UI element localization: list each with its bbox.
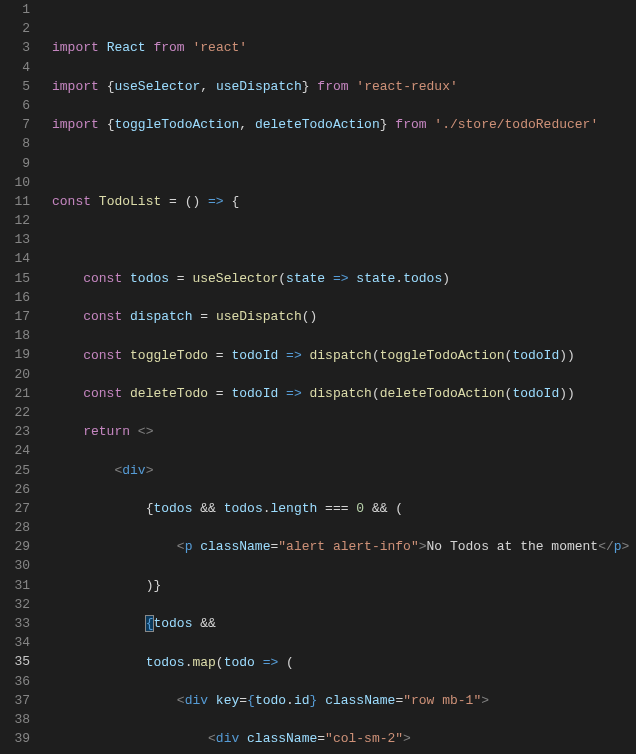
line-number: 16 <box>0 288 30 307</box>
line-number: 35 <box>0 652 30 671</box>
code-area[interactable]: import React from 'react' import {useSel… <box>42 0 636 754</box>
line-number: 17 <box>0 307 30 326</box>
code-line: <div key={todo.id} className="row mb-1"> <box>52 691 632 710</box>
line-number: 1 <box>0 0 30 19</box>
code-line: <p className="alert alert-info">No Todos… <box>52 537 632 556</box>
code-line: const dispatch = useDispatch() <box>52 307 632 326</box>
line-number: 19 <box>0 345 30 364</box>
line-number: 10 <box>0 173 30 192</box>
line-number: 21 <box>0 384 30 403</box>
code-line: <div> <box>52 461 632 480</box>
line-number: 7 <box>0 115 30 134</box>
line-number: 24 <box>0 441 30 460</box>
line-number: 29 <box>0 537 30 556</box>
line-number: 26 <box>0 480 30 499</box>
line-number: 20 <box>0 365 30 384</box>
line-number: 13 <box>0 230 30 249</box>
line-number: 3 <box>0 38 30 57</box>
line-number: 33 <box>0 614 30 633</box>
code-line: import {useSelector, useDispatch} from '… <box>52 77 632 96</box>
line-number: 5 <box>0 77 30 96</box>
code-line <box>52 154 632 173</box>
code-line <box>52 230 632 249</box>
line-number: 6 <box>0 96 30 115</box>
line-number: 11 <box>0 192 30 211</box>
code-editor[interactable]: 1234567891011121314151617181920212223242… <box>0 0 636 754</box>
line-number: 31 <box>0 576 30 595</box>
line-number: 34 <box>0 633 30 652</box>
code-line: const toggleTodo = todoId => dispatch(to… <box>52 346 632 365</box>
line-number: 38 <box>0 710 30 729</box>
line-number: 14 <box>0 249 30 268</box>
line-number: 9 <box>0 154 30 173</box>
code-line: const todos = useSelector(state => state… <box>52 269 632 288</box>
line-number: 12 <box>0 211 30 230</box>
line-number: 22 <box>0 403 30 422</box>
code-line: {todos && <box>52 614 632 633</box>
line-number-gutter: 1234567891011121314151617181920212223242… <box>0 0 42 754</box>
code-line: const deleteTodo = todoId => dispatch(de… <box>52 384 632 403</box>
line-number: 15 <box>0 269 30 288</box>
code-line: const TodoList = () => { <box>52 192 632 211</box>
line-number: 4 <box>0 58 30 77</box>
code-line: import React from 'react' <box>52 38 632 57</box>
code-line: return <> <box>52 422 632 441</box>
code-line: )} <box>52 576 632 595</box>
line-number: 32 <box>0 595 30 614</box>
code-line: todos.map(todo => ( <box>52 653 632 672</box>
line-number: 27 <box>0 499 30 518</box>
line-number: 28 <box>0 518 30 537</box>
line-number: 18 <box>0 326 30 345</box>
line-number: 36 <box>0 672 30 691</box>
line-number: 25 <box>0 461 30 480</box>
line-number: 30 <box>0 556 30 575</box>
code-line: import {toggleTodoAction, deleteTodoActi… <box>52 115 632 134</box>
line-number: 23 <box>0 422 30 441</box>
line-number: 2 <box>0 19 30 38</box>
code-line: {todos && todos.length === 0 && ( <box>52 499 632 518</box>
line-number: 39 <box>0 729 30 748</box>
line-number: 37 <box>0 691 30 710</box>
line-number: 8 <box>0 134 30 153</box>
code-line: <div className="col-sm-2"> <box>52 729 632 748</box>
